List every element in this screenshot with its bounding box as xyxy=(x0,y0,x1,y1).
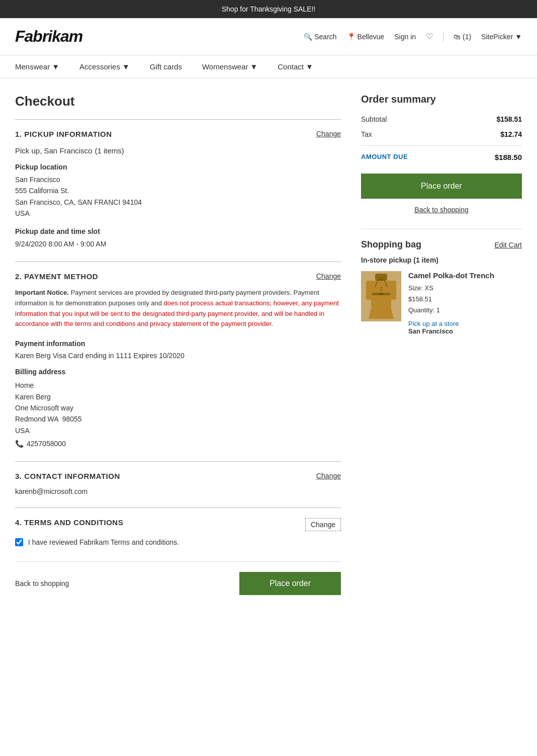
terms-section-header: 4. TERMS AND CONDITIONS Change xyxy=(15,518,341,531)
location-pin-icon: 📍 xyxy=(347,33,355,41)
nav-menswear-label: Menswear xyxy=(15,62,50,71)
payment-number: 2. xyxy=(15,272,22,281)
bottom-actions: Back to shopping Place order xyxy=(15,561,341,605)
nav-menswear[interactable]: Menswear ▼ xyxy=(15,62,59,71)
product-price: $158.51 xyxy=(408,295,432,303)
header-right: 🔍 Search 📍 Bellevue Sign in ♡ 🛍 (1) Site… xyxy=(304,32,522,42)
phone-number: 4257058000 xyxy=(27,438,66,449)
place-order-button-bottom[interactable]: Place order xyxy=(239,572,341,595)
payment-title-text: PAYMENT METHOD xyxy=(24,272,98,281)
payment-info-label: Payment information xyxy=(15,340,341,348)
pickup-heading: Pick up, San Francisco (1 items) xyxy=(15,145,341,156)
amount-due-row: AMOUNT DUE $188.50 xyxy=(361,145,522,161)
search-icon: 🔍 xyxy=(304,33,312,41)
product-coat-svg xyxy=(366,274,396,319)
pickup-section-header: 1. PICKUP INFORMATION Change xyxy=(15,130,341,138)
contact-section: 3. CONTACT INFORMATION Change karenb@mic… xyxy=(15,461,341,495)
terms-section-title: 4. TERMS AND CONDITIONS xyxy=(15,518,123,527)
shopping-bag-section: Shopping bag Edit Cart In-store pickup (… xyxy=(361,229,522,335)
wishlist-icon[interactable]: ♡ xyxy=(426,32,433,41)
nav-contact-label: Contact xyxy=(278,62,304,71)
pickup-number: 1. xyxy=(15,130,22,138)
terms-section: 4. TERMS AND CONDITIONS Change I have re… xyxy=(15,508,341,546)
instore-pickup-label: In-store pickup (1 item) xyxy=(361,256,522,264)
pickup-datetime-value: 9/24/2020 8:00 AM - 9:00 AM xyxy=(15,238,341,249)
subtotal-row: Subtotal $158.51 xyxy=(361,115,522,123)
payment-section: 2. PAYMENT METHOD Change Important Notic… xyxy=(15,262,341,450)
subtotal-value: $158.51 xyxy=(496,115,522,123)
terms-checkbox-row: I have reviewed Fabrikam Terms and condi… xyxy=(15,538,341,546)
pickup-city: Pick up, San Francisco xyxy=(15,146,92,155)
nav-gift-cards-label: Gift cards xyxy=(150,62,182,71)
nav-womenswear[interactable]: Womenswear ▼ xyxy=(202,62,257,71)
svg-rect-5 xyxy=(366,281,372,300)
pickup-section-title: 1. PICKUP INFORMATION xyxy=(15,130,112,138)
tax-value: $12.74 xyxy=(500,130,522,138)
terms-checkbox[interactable] xyxy=(15,538,23,546)
cart-count: (1) xyxy=(463,33,471,41)
contact-email: karenb@microsoft.com xyxy=(15,487,341,495)
product-size: XS xyxy=(425,284,433,292)
top-banner: Shop for Thanksgiving SALE!! xyxy=(0,0,537,18)
left-column: Checkout 1. PICKUP INFORMATION Change Pi… xyxy=(15,94,341,605)
terms-change-button[interactable]: Change xyxy=(305,518,341,531)
header: Fabrikam 🔍 Search 📍 Bellevue Sign in ♡ 🛍… xyxy=(0,18,537,55)
back-to-shopping-link-bottom[interactable]: Back to shopping xyxy=(15,579,69,587)
nav: Menswear ▼ Accessories ▼ Gift cards Wome… xyxy=(0,55,537,78)
contact-section-header: 3. CONTACT INFORMATION Change xyxy=(15,472,341,480)
pickup-store-name: San Francisco xyxy=(408,327,522,335)
edit-cart-link[interactable]: Edit Cart xyxy=(495,241,522,249)
phone-row: 📞 4257058000 xyxy=(15,438,341,449)
product-meta: Size: XS $158.51 Quantity: 1 xyxy=(408,283,522,316)
checkout-title: Checkout xyxy=(15,94,341,109)
payment-change-link[interactable]: Change xyxy=(316,272,341,280)
search-link[interactable]: 🔍 Search xyxy=(304,33,336,41)
main-container: Checkout 1. PICKUP INFORMATION Change Pi… xyxy=(0,78,537,620)
product-name: Camel Polka-dot Trench xyxy=(408,271,522,280)
site-picker[interactable]: SitePicker ▼ xyxy=(481,33,522,41)
chevron-down-icon: ▼ xyxy=(306,62,313,71)
svg-point-10 xyxy=(381,290,382,291)
back-to-shopping-link[interactable]: Back to shopping xyxy=(361,206,522,214)
product-quantity: 1 xyxy=(436,306,440,314)
shopping-bag-header: Shopping bag Edit Cart xyxy=(361,239,522,250)
svg-point-9 xyxy=(381,287,382,289)
header-divider xyxy=(443,32,443,42)
nav-contact[interactable]: Contact ▼ xyxy=(278,62,313,71)
product-image-inner xyxy=(361,271,401,321)
pickup-title-text: PICKUP INFORMATION xyxy=(24,130,112,138)
billing-label: Billing address xyxy=(15,368,341,376)
svg-rect-4 xyxy=(379,293,383,295)
terms-title-text: TERMS AND CONDITIONS xyxy=(24,518,123,527)
right-column: Order summary Subtotal $158.51 Tax $12.7… xyxy=(361,94,522,605)
contact-title-text: CONTACT INFORMATION xyxy=(24,472,120,480)
contact-number: 3. xyxy=(15,472,22,480)
pickup-datetime-label: Pickup date and time slot xyxy=(15,227,341,235)
nav-accessories[interactable]: Accessories ▼ xyxy=(79,62,130,71)
contact-change-link[interactable]: Change xyxy=(316,472,341,480)
site-picker-label: SitePicker xyxy=(481,33,513,41)
pickup-store-label: Pick up at a store xyxy=(408,320,522,327)
notice-bold: Important Notice. xyxy=(15,289,69,296)
pickup-items-count: (1 items) xyxy=(95,146,124,155)
signin-link[interactable]: Sign in xyxy=(394,33,416,41)
order-summary-title: Order summary xyxy=(361,94,522,105)
chevron-down-icon: ▼ xyxy=(515,33,522,41)
signin-label: Sign in xyxy=(394,33,416,41)
nav-gift-cards[interactable]: Gift cards xyxy=(150,62,182,71)
chevron-down-icon: ▼ xyxy=(122,62,130,71)
tax-row: Tax $12.74 xyxy=(361,130,522,138)
logo[interactable]: Fabrikam xyxy=(15,27,82,46)
search-label: Search xyxy=(314,33,336,41)
cart-icon[interactable]: 🛍 (1) xyxy=(454,33,471,41)
location-link[interactable]: 📍 Bellevue xyxy=(347,33,385,41)
phone-icon: 📞 xyxy=(15,438,24,449)
pickup-location-label: Pickup location xyxy=(15,163,341,171)
payment-section-header: 2. PAYMENT METHOD Change xyxy=(15,272,341,281)
pickup-change-link[interactable]: Change xyxy=(316,130,341,138)
place-order-button[interactable]: Place order xyxy=(361,174,522,199)
tax-label: Tax xyxy=(361,130,372,138)
amount-due-label: AMOUNT DUE xyxy=(361,153,408,161)
payment-notice: Important Notice. Payment services are p… xyxy=(15,288,341,329)
subtotal-label: Subtotal xyxy=(361,115,387,123)
